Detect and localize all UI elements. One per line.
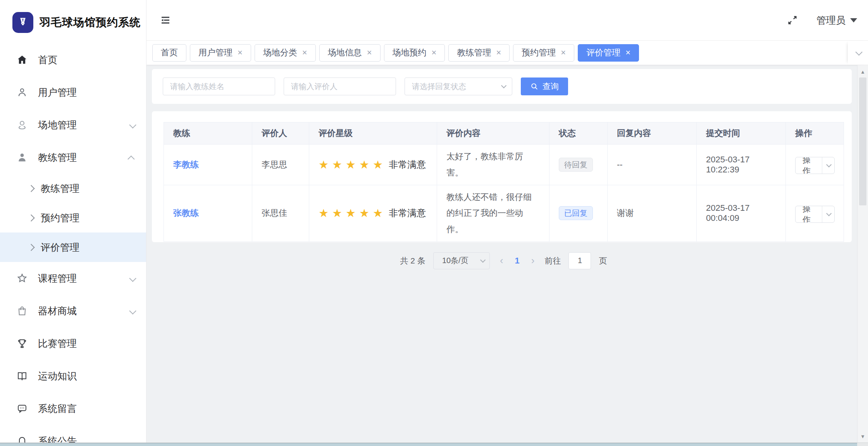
sidebar-item-label: 首页	[38, 53, 57, 66]
vertical-scrollbar-thumb[interactable]	[859, 77, 866, 205]
goto-page-input[interactable]	[568, 252, 591, 269]
prev-page-button[interactable]: ‹	[498, 255, 506, 267]
reply-content: --	[617, 160, 623, 169]
horizontal-scrollbar[interactable]	[0, 443, 868, 446]
tab-close-icon[interactable]: ×	[625, 48, 630, 57]
tab-close-icon[interactable]: ×	[432, 48, 437, 57]
sidebar-item-label: 运动知识	[38, 370, 77, 382]
vertical-scrollbar[interactable]: ▲ ▼	[857, 65, 868, 443]
action-button-label: 操作	[796, 157, 822, 174]
sidebar-item-users[interactable]: 用户管理	[0, 76, 146, 108]
open-book-icon	[15, 370, 29, 381]
chevron-right-icon	[29, 245, 34, 250]
tab-label: 场地信息	[328, 47, 362, 59]
goto-label: 前往	[544, 255, 561, 266]
coach-link[interactable]: 李教练	[173, 160, 199, 169]
col-coach: 教练	[164, 122, 252, 145]
next-page-button[interactable]: ›	[529, 255, 537, 267]
submit-time: 2025-03-17 00:04:09	[706, 203, 750, 223]
tab-label: 预约管理	[522, 47, 556, 59]
review-table-card: 教练 评价人 评价星级 评价内容 状态 回复内容 提交时间 操作 李教练 李思思…	[152, 111, 852, 242]
tab-close-icon[interactable]: ×	[496, 48, 501, 57]
col-reviewer: 评价人	[252, 122, 309, 145]
chevron-down-icon	[855, 48, 862, 55]
sidebar-fold-icon[interactable]	[160, 14, 171, 26]
scroll-up-arrow-icon[interactable]: ▲	[858, 67, 868, 77]
sidebar-item-sports-knowledge[interactable]: 运动知识	[0, 360, 146, 392]
tab-user-manage[interactable]: 用户管理 ×	[190, 44, 251, 62]
tab-label: 场地分类	[263, 47, 297, 59]
tab-review-manage[interactable]: 评价管理 ×	[578, 44, 639, 62]
table-row: 李教练 李思思 ★★★★★ 非常满意 太好了，教练非常厉害。 待回复 -- 20…	[164, 145, 844, 185]
tab-label: 用户管理	[198, 47, 232, 59]
sidebar-item-competitions[interactable]: 比赛管理	[0, 327, 146, 360]
chevron-down-icon[interactable]	[822, 206, 834, 222]
sidebar-item-home[interactable]: 首页	[0, 43, 146, 76]
sidebar-item-label: 课程管理	[38, 272, 77, 285]
home-icon	[15, 54, 29, 65]
reviewer-name: 张思佳	[262, 208, 287, 218]
row-action-dropdown-button[interactable]: 操作	[795, 157, 835, 174]
chevron-down-icon	[501, 83, 506, 88]
chevron-down-icon[interactable]	[822, 157, 834, 174]
tab-label: 首页	[161, 47, 178, 59]
sidebar-item-label: 系统留言	[38, 402, 77, 415]
tab-venue-booking[interactable]: 场地预约 ×	[384, 44, 445, 62]
tab-close-icon[interactable]: ×	[302, 48, 307, 57]
sidebar-subitem-booking-manage[interactable]: 预约管理	[0, 203, 146, 232]
sidebar-subitem-coach-manage[interactable]: 教练管理	[0, 174, 146, 203]
sidebar-subitem-review-manage[interactable]: 评价管理	[0, 232, 146, 262]
sidebar-item-courses[interactable]: 课程管理	[0, 262, 146, 294]
scroll-down-arrow-icon[interactable]: ▼	[858, 431, 868, 441]
star-icon	[15, 273, 29, 284]
review-content: 太好了，教练非常厉害。	[446, 148, 540, 181]
tab-venue-info[interactable]: 场地信息 ×	[319, 44, 381, 62]
col-actions: 操作	[786, 122, 844, 145]
tab-label: 评价管理	[586, 47, 620, 59]
tab-venue-category[interactable]: 场地分类 ×	[255, 44, 316, 62]
reviewer-name: 李思思	[262, 160, 287, 169]
sidebar-item-system-messages[interactable]: 系统留言	[0, 392, 146, 425]
tab-coach-manage[interactable]: 教练管理 ×	[448, 44, 510, 62]
tab-close-icon[interactable]: ×	[238, 48, 243, 57]
tab-close-icon[interactable]: ×	[367, 48, 372, 57]
caret-down-icon	[850, 18, 857, 22]
sidebar-item-equipment-mall[interactable]: 器材商城	[0, 294, 146, 327]
row-action-dropdown-button[interactable]: 操作	[795, 206, 835, 223]
sidebar: 羽毛球场馆预约系统 首页 用户管理 场地管理 教练管理	[0, 0, 146, 446]
coach-name-input[interactable]	[163, 77, 275, 95]
col-status: 状态	[549, 122, 608, 145]
reviewer-input[interactable]	[284, 77, 396, 95]
map-pin-icon	[15, 119, 29, 130]
sidebar-subitem-label: 评价管理	[41, 241, 79, 254]
tab-bar: 首页 用户管理 × 场地分类 × 场地信息 × 场地预约 × 教练管理 × 预约…	[146, 41, 868, 65]
star-rating-icons: ★★★★★	[319, 158, 386, 171]
user-name: 管理员	[816, 14, 846, 27]
search-button[interactable]: 查询	[521, 77, 568, 95]
sidebar-item-coaches[interactable]: 教练管理	[0, 141, 146, 174]
reply-status-select[interactable]: 请选择回复状态	[405, 77, 512, 95]
user-icon	[15, 87, 29, 98]
col-reply: 回复内容	[608, 122, 697, 145]
coach-link[interactable]: 张教练	[173, 208, 199, 218]
tab-booking-manage[interactable]: 预约管理 ×	[513, 44, 574, 62]
horizontal-scrollbar-thumb[interactable]	[0, 443, 857, 446]
status-badge: 待回复	[559, 158, 593, 172]
fullscreen-icon[interactable]	[787, 15, 798, 26]
tab-home[interactable]: 首页	[152, 44, 186, 62]
rating-label: 非常满意	[389, 208, 426, 218]
page-label: 页	[599, 255, 607, 266]
page-size-value: 10条/页	[442, 255, 468, 266]
tab-overflow-button[interactable]	[848, 41, 868, 65]
trophy-icon	[15, 338, 29, 349]
page-size-select[interactable]: 10条/页	[433, 252, 490, 269]
review-table: 教练 评价人 评价星级 评价内容 状态 回复内容 提交时间 操作 李教练 李思思…	[164, 122, 844, 242]
sidebar-item-venues[interactable]: 场地管理	[0, 108, 146, 141]
user-menu[interactable]: 管理员	[816, 14, 857, 27]
status-badge: 已回复	[559, 206, 593, 220]
page-number-1[interactable]: 1	[513, 256, 521, 266]
tab-label: 场地预约	[393, 47, 427, 59]
logo-row: 羽毛球场馆预约系统	[0, 0, 146, 37]
tab-close-icon[interactable]: ×	[561, 48, 566, 57]
chevron-down-icon	[129, 273, 134, 284]
